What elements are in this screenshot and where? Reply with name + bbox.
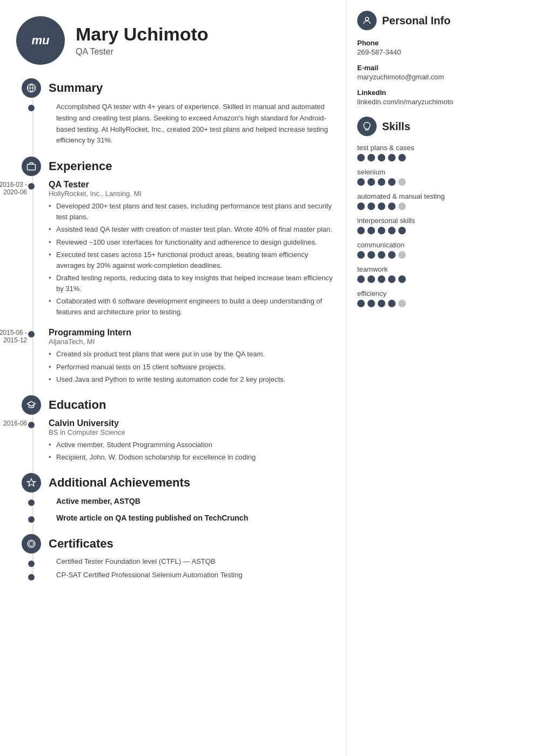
achievements-header: Additional Achievements (49, 476, 335, 490)
summary-header: Summary (49, 81, 335, 95)
edu-date-0: 2016-06 (0, 420, 27, 427)
skill-name-4: communication (357, 241, 524, 249)
dot-filled (388, 202, 396, 210)
phone-value: 269-587-3440 (357, 48, 524, 56)
right-column: Personal Info Phone 269-587-3440 E-mail … (346, 0, 535, 756)
email-label: E-mail (357, 64, 524, 72)
skill-item-5: teamwork (357, 265, 524, 283)
summary-icon (22, 78, 41, 98)
bullet-item: Collaborated with 6 software development… (49, 296, 335, 317)
dot-filled (378, 300, 385, 307)
skills-icon (357, 117, 377, 136)
job-company-1: AljanaTech, MI (49, 338, 335, 346)
skill-name-3: interpersonal skills (357, 217, 524, 225)
job-title-0: QA Tester (49, 180, 335, 190)
education-section: Education 2016-06 Calvin University BS i… (49, 398, 335, 463)
dot-filled (367, 202, 375, 210)
skills-title: Skills (382, 120, 410, 133)
bullet-item: Reviewed ~100 user interfaces for functi… (49, 237, 335, 248)
achievement-item-1: Wrote article on QA testing published on… (49, 513, 335, 524)
bullet-item: Recipient, John. W. Dodson scholarship f… (49, 452, 335, 463)
dot-filled (378, 251, 385, 259)
achievement-item-0: Active member, ASTQB (49, 496, 335, 507)
dot-filled (378, 227, 385, 234)
avatar: mu (16, 16, 65, 65)
dot-filled (388, 178, 396, 186)
linkedin-label: LinkedIn (357, 89, 524, 97)
job-entry-1: 2015-06 - 2015-12 Programming Intern Alj… (49, 328, 335, 385)
skill-dots-5 (357, 275, 524, 283)
dot-filled (357, 178, 365, 186)
bullet-item: Used Java and Python to write testing au… (49, 374, 335, 385)
achievement-dot-1 (28, 516, 35, 523)
bullet-item: Performed manual tests on 15 client soft… (49, 362, 335, 373)
cert-dot-0 (28, 561, 35, 567)
skill-item-6: efficiency (357, 289, 524, 307)
skill-dots-4 (357, 251, 524, 259)
certificates-section: Certificates Certified Tester Foundation… (49, 537, 335, 579)
summary-dot (28, 105, 35, 111)
svg-point-3 (29, 542, 34, 546)
skills-header: Skills (357, 117, 524, 136)
resume-container: mu Mary Uchimoto QA Tester S (0, 0, 535, 756)
cert-item-1: CP-SAT Certified Professional Selenium A… (49, 571, 335, 579)
job-date-1: 2015-06 - 2015-12 (0, 329, 27, 344)
skill-dots-2 (357, 202, 524, 210)
skill-item-4: communication (357, 241, 524, 259)
dot-filled (388, 154, 396, 161)
dot-filled (357, 202, 365, 210)
dot-filled (388, 251, 396, 259)
header-section: mu Mary Uchimoto QA Tester (16, 16, 335, 65)
certificates-icon (22, 534, 41, 554)
dot-filled (357, 227, 365, 234)
cert-item-0: Certified Tester Foundation level (CTFL)… (49, 557, 335, 565)
personal-info-icon (357, 11, 377, 30)
dot-filled (367, 300, 375, 307)
skills-section: Skills test plans & casesseleniumautomat… (357, 117, 524, 307)
timeline: Summary Accomplished QA tester with 4+ y… (16, 81, 335, 579)
skill-name-6: efficiency (357, 289, 524, 298)
cert-text-1: CP-SAT Certified Professional Selenium A… (56, 571, 335, 579)
graduation-icon (26, 400, 36, 410)
achievement-dot-0 (28, 500, 35, 506)
svg-rect-1 (28, 164, 36, 170)
skill-item-1: selenium (357, 168, 524, 186)
skill-item-2: automated & manual testing (357, 192, 524, 210)
achievements-title: Additional Achievements (49, 476, 190, 490)
job-company-0: HollyRocket, Inc., Lansing, MI (49, 190, 335, 198)
dot-filled (398, 275, 406, 283)
edu-degree-0: BS in Computer Science (49, 428, 335, 436)
experience-header: Experience (49, 159, 335, 173)
edu-entry-0: 2016-06 Calvin University BS in Computer… (49, 418, 335, 463)
experience-section: Experience 2016-03 - 2020-06 QA Tester H… (49, 159, 335, 385)
certificates-header: Certificates (49, 537, 335, 551)
skill-item-0: test plans & cases (357, 144, 524, 161)
skill-dots-3 (357, 227, 524, 234)
education-header: Education (49, 398, 335, 412)
dot-filled (378, 154, 385, 161)
skill-dots-1 (357, 178, 524, 186)
dot-filled (378, 202, 385, 210)
edu-bullets-0: Active member, Student Programming Assoc… (49, 440, 335, 463)
info-email: E-mail maryzuchimoto@gmail.com (357, 64, 524, 81)
cert-dot-1 (28, 574, 35, 580)
dot-filled (367, 227, 375, 234)
dot-filled (388, 275, 396, 283)
dot-filled (357, 300, 365, 307)
experience-title: Experience (49, 159, 112, 173)
dot-filled (357, 275, 365, 283)
personal-info-title: Personal Info (382, 15, 451, 27)
skill-dots-6 (357, 300, 524, 307)
job-bullets-0: Developed 200+ test plans and test cases… (49, 201, 335, 317)
skill-name-2: automated & manual testing (357, 192, 524, 200)
star-icon (26, 478, 36, 488)
bullet-item: Executed test cases across 15+ functiona… (49, 249, 335, 271)
skills-list: test plans & casesseleniumautomated & ma… (357, 144, 524, 307)
candidate-title: QA Tester (76, 47, 209, 57)
job-date-0: 2016-03 - 2020-06 (0, 181, 27, 196)
dot-filled (367, 251, 375, 259)
avatar-initials: mu (32, 33, 50, 48)
briefcase-icon (26, 161, 36, 171)
education-title: Education (49, 398, 106, 412)
personal-info-header: Personal Info (357, 11, 524, 30)
